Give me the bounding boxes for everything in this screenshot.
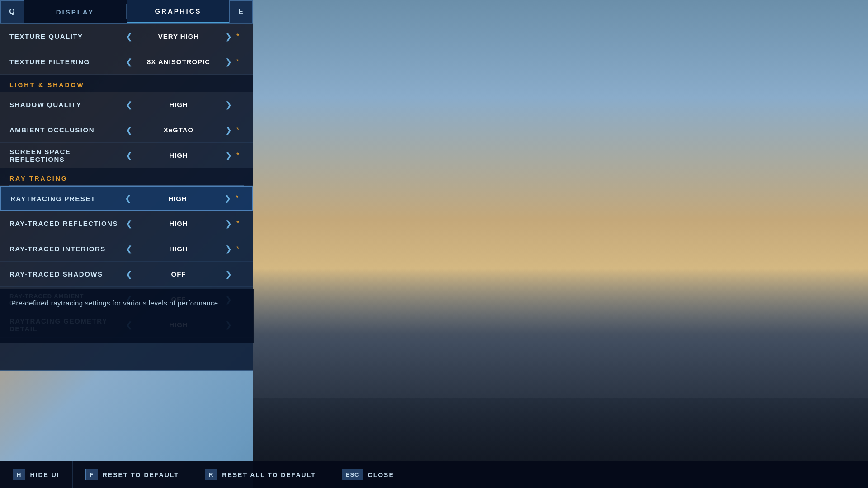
arrow-right-ray-traced-interiors[interactable]: ❯	[224, 244, 233, 254]
setting-label-texture-filtering: TEXTURE FILTERING	[9, 58, 124, 66]
arrow-left-ambient-occlusion[interactable]: ❮	[124, 125, 133, 135]
arrow-left-screen-space-reflections[interactable]: ❮	[124, 150, 133, 160]
close-button[interactable]: ESC CLOSE	[329, 461, 407, 488]
setting-value-texture-quality: VERY HIGH	[138, 33, 219, 40]
setting-value-raytracing-preset: HIGH	[137, 195, 218, 202]
key-badge-h: H	[13, 469, 25, 480]
setting-row-shadow-quality[interactable]: SHADOW QUALITY ❮ HIGH ❯ *	[0, 92, 253, 117]
arrow-left-shadow-quality[interactable]: ❮	[124, 100, 133, 110]
settings-panel: Q DISPLAY GRAPHICS E TEXTURE QUALITY ❮ V…	[0, 0, 253, 371]
modified-star-ray-traced-interiors: *	[236, 245, 244, 253]
section-title-ray-tracing: RAY TRACING	[9, 175, 68, 182]
tab-key-q[interactable]: Q	[0, 0, 24, 23]
setting-control-shadow-quality: ❮ HIGH ❯	[124, 100, 233, 110]
setting-label-ray-traced-interiors: RAY-TRACED INTERIORS	[9, 245, 124, 253]
setting-row-ambient-occlusion[interactable]: AMBIENT OCCLUSION ❮ XeGTAO ❯ *	[0, 117, 253, 143]
setting-row-screen-space-reflections[interactable]: SCREEN SPACE REFLECTIONS ❮ HIGH ❯ *	[0, 143, 253, 168]
setting-label-ambient-occlusion: AMBIENT OCCLUSION	[9, 126, 124, 134]
arrow-right-raytracing-preset[interactable]: ❯	[223, 193, 232, 203]
description-text: Pre-defined raytracing settings for vari…	[11, 298, 243, 309]
setting-label-screen-space-reflections: SCREEN SPACE REFLECTIONS	[9, 148, 124, 163]
setting-control-texture-filtering: ❮ 8X ANISOTROPIC ❯	[124, 57, 233, 67]
reset-all-to-default-button[interactable]: R RESET ALL TO DEFAULT	[192, 461, 329, 488]
setting-control-ray-traced-reflections: ❮ HIGH ❯	[124, 219, 233, 229]
close-label: CLOSE	[368, 471, 394, 479]
modified-star-ray-traced-reflections: *	[236, 220, 244, 228]
key-badge-f: F	[85, 469, 98, 480]
setting-value-texture-filtering: 8X ANISOTROPIC	[138, 58, 219, 66]
modified-star-ambient-occlusion: *	[236, 126, 244, 134]
setting-row-ray-traced-interiors[interactable]: RAY-TRACED INTERIORS ❮ HIGH ❯ *	[0, 236, 253, 262]
description-area: Pre-defined raytracing settings for vari…	[0, 289, 254, 343]
tab-graphics[interactable]: GRAPHICS	[127, 0, 229, 23]
setting-row-ray-traced-shadows[interactable]: RAY-TRACED SHADOWS ❮ OFF ❯ *	[0, 262, 253, 287]
tab-key-e[interactable]: E	[229, 0, 253, 23]
setting-value-ray-traced-interiors: HIGH	[138, 245, 219, 253]
setting-label-texture-quality: TEXTURE QUALITY	[9, 33, 124, 40]
arrow-left-texture-filtering[interactable]: ❮	[124, 57, 133, 67]
arrow-left-raytracing-preset[interactable]: ❮	[123, 193, 132, 203]
setting-control-ray-traced-interiors: ❮ HIGH ❯	[124, 244, 233, 254]
setting-label-ray-traced-shadows: RAY-TRACED SHADOWS	[9, 270, 124, 278]
tab-bar: Q DISPLAY GRAPHICS E	[0, 0, 253, 24]
hide-ui-button[interactable]: H HIDE UI	[0, 461, 73, 488]
arrow-right-screen-space-reflections[interactable]: ❯	[224, 150, 233, 160]
arrow-right-texture-quality[interactable]: ❯	[224, 32, 233, 42]
setting-row-ray-traced-reflections[interactable]: RAY-TRACED REFLECTIONS ❮ HIGH ❯ *	[0, 211, 253, 236]
bottom-bar: H HIDE UI F RESET TO DEFAULT R RESET ALL…	[0, 461, 868, 488]
section-header-ray-tracing: RAY TRACING	[0, 168, 253, 185]
setting-label-ray-traced-reflections: RAY-TRACED REFLECTIONS	[9, 220, 124, 227]
setting-control-ambient-occlusion: ❮ XeGTAO ❯	[124, 125, 233, 135]
arrow-left-ray-traced-shadows[interactable]: ❮	[124, 269, 133, 279]
reset-all-to-default-label: RESET ALL TO DEFAULT	[222, 471, 316, 479]
setting-value-ray-traced-reflections: HIGH	[138, 220, 219, 227]
setting-label-raytracing-preset: RAYTRACING PRESET	[10, 195, 123, 202]
section-title-light-shadow: LIGHT & SHADOW	[9, 81, 85, 89]
modified-star-texture-filtering: *	[236, 58, 244, 66]
setting-row-texture-filtering[interactable]: TEXTURE FILTERING ❮ 8X ANISOTROPIC ❯ *	[0, 49, 253, 75]
setting-label-shadow-quality: SHADOW QUALITY	[9, 101, 124, 108]
arrow-right-shadow-quality[interactable]: ❯	[224, 100, 233, 110]
setting-value-shadow-quality: HIGH	[138, 101, 219, 108]
arrow-right-texture-filtering[interactable]: ❯	[224, 57, 233, 67]
hide-ui-label: HIDE UI	[30, 471, 59, 479]
setting-control-texture-quality: ❮ VERY HIGH ❯	[124, 32, 233, 42]
modified-star-raytracing-preset: *	[236, 194, 243, 202]
setting-value-ambient-occlusion: XeGTAO	[138, 126, 219, 134]
arrow-right-ray-traced-reflections[interactable]: ❯	[224, 219, 233, 229]
modified-star-screen-space-reflections: *	[236, 151, 244, 160]
arrow-left-ray-traced-interiors[interactable]: ❮	[124, 244, 133, 254]
key-badge-esc: ESC	[342, 469, 363, 480]
reset-to-default-button[interactable]: F RESET TO DEFAULT	[73, 461, 192, 488]
setting-control-raytracing-preset: ❮ HIGH ❯	[123, 193, 232, 203]
tab-display[interactable]: DISPLAY	[24, 0, 126, 23]
modified-star-texture-quality: *	[236, 33, 244, 41]
arrow-right-ambient-occlusion[interactable]: ❯	[224, 125, 233, 135]
arrow-right-ray-traced-shadows[interactable]: ❯	[224, 269, 233, 279]
setting-row-texture-quality[interactable]: TEXTURE QUALITY ❮ VERY HIGH ❯ *	[0, 24, 253, 49]
arrow-left-ray-traced-reflections[interactable]: ❮	[124, 219, 133, 229]
setting-value-screen-space-reflections: HIGH	[138, 151, 219, 159]
setting-value-ray-traced-shadows: OFF	[138, 270, 219, 278]
hero-background	[253, 0, 868, 488]
key-badge-r: R	[205, 469, 217, 480]
reset-to-default-label: RESET TO DEFAULT	[103, 471, 179, 479]
setting-control-ray-traced-shadows: ❮ OFF ❯	[124, 269, 233, 279]
section-header-light-shadow: LIGHT & SHADOW	[0, 75, 253, 92]
setting-row-raytracing-preset[interactable]: RAYTRACING PRESET ❮ HIGH ❯ *	[0, 186, 253, 211]
arrow-left-texture-quality[interactable]: ❮	[124, 32, 133, 42]
setting-control-screen-space-reflections: ❮ HIGH ❯	[124, 150, 233, 160]
